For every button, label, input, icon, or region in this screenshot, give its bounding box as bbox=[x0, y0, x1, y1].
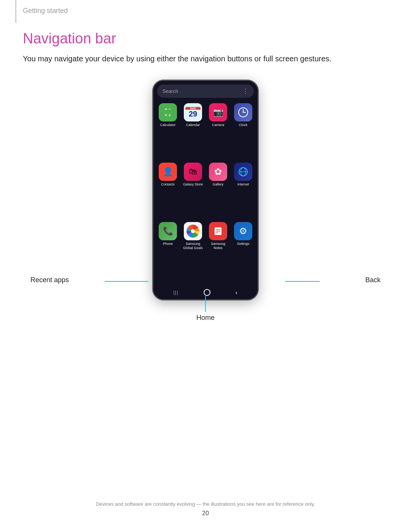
galaxy-store-label: Galaxy Store bbox=[183, 182, 203, 187]
page-footer: Devices and software are constantly evol… bbox=[0, 501, 411, 517]
galaxy-store-icon: 🛍 bbox=[184, 163, 202, 181]
home-label: Home bbox=[196, 314, 215, 322]
app-item-gallery[interactable]: ✿ Gallery bbox=[207, 163, 229, 220]
clock-icon bbox=[234, 103, 252, 121]
main-content: Navigation bar You may navigate your dev… bbox=[23, 30, 388, 331]
samsung-global-goals-label: Samsung Global Goals bbox=[182, 242, 204, 250]
app-item-phone[interactable]: 📞 Phone bbox=[156, 222, 179, 283]
samsung-notes-label: Samsung Notes bbox=[207, 242, 229, 250]
diagram-container: Search ⋮ + − × ÷ bbox=[23, 80, 388, 331]
phone-nav-bar: ||| ‹ bbox=[153, 286, 258, 299]
settings-icon: ⚙ bbox=[234, 222, 252, 240]
samsung-notes-icon bbox=[209, 222, 227, 240]
app-item-samsung-notes[interactable]: Samsung Notes bbox=[207, 222, 229, 283]
calendar-label: Calendar bbox=[186, 123, 200, 127]
section-title: Navigation bar bbox=[23, 30, 388, 47]
back-label: Back bbox=[365, 276, 381, 284]
calendar-icon: SUN 29 bbox=[184, 103, 202, 121]
gallery-label: Gallery bbox=[213, 182, 224, 187]
internet-icon bbox=[234, 163, 252, 181]
clock-label: Clock bbox=[239, 123, 248, 127]
contacts-icon: 👤 bbox=[159, 163, 177, 181]
contacts-label: Contacts bbox=[161, 182, 175, 187]
app-item-calendar[interactable]: SUN 29 Calendar bbox=[182, 103, 204, 160]
app-item-camera[interactable]: 📷 Camera bbox=[207, 103, 229, 160]
app-item-settings[interactable]: ⚙ Settings bbox=[232, 222, 255, 283]
back-button[interactable]: ‹ bbox=[235, 289, 237, 297]
app-item-calculator[interactable]: + − × ÷ Calculator bbox=[156, 103, 179, 160]
footer-note: Devices and software are constantly evol… bbox=[0, 501, 411, 507]
section-description: You may navigate your device by using ei… bbox=[23, 53, 388, 64]
app-item-galaxy-store[interactable]: 🛍 Galaxy Store bbox=[182, 163, 204, 220]
gallery-icon: ✿ bbox=[209, 163, 227, 181]
svg-point-7 bbox=[191, 229, 195, 233]
page-border-line bbox=[15, 0, 16, 23]
internet-label: Internet bbox=[237, 182, 249, 187]
camera-label: Camera bbox=[212, 123, 224, 127]
settings-label: Settings bbox=[237, 242, 250, 246]
phone-mockup: Search ⋮ + − × ÷ bbox=[152, 80, 259, 300]
recent-apps-label: Recent apps bbox=[30, 276, 69, 284]
app-item-clock[interactable]: Clock bbox=[232, 103, 255, 160]
app-item-contacts[interactable]: 👤 Contacts bbox=[156, 163, 179, 220]
clock-svg bbox=[237, 107, 249, 118]
home-button[interactable] bbox=[204, 289, 210, 296]
search-placeholder: Search bbox=[162, 88, 178, 94]
phone-icon: 📞 bbox=[159, 222, 177, 240]
calculator-icon: + − × ÷ bbox=[159, 103, 177, 121]
app-item-samsung-global-goals[interactable]: Samsung Global Goals bbox=[182, 222, 204, 283]
calculator-label: Calculator bbox=[160, 123, 176, 127]
app-grid: + − × ÷ Calculator SUN bbox=[153, 101, 258, 286]
search-bar[interactable]: Search ⋮ bbox=[157, 85, 254, 98]
breadcrumb: Getting started bbox=[23, 7, 68, 15]
phone-label: Phone bbox=[163, 242, 173, 246]
page-number: 20 bbox=[0, 510, 411, 517]
recent-apps-button[interactable]: ||| bbox=[174, 289, 179, 296]
app-item-internet[interactable]: Internet bbox=[232, 163, 255, 220]
search-more-icon[interactable]: ⋮ bbox=[242, 88, 249, 95]
camera-icon: 📷 bbox=[209, 103, 227, 121]
samsung-global-goals-icon bbox=[184, 222, 202, 240]
